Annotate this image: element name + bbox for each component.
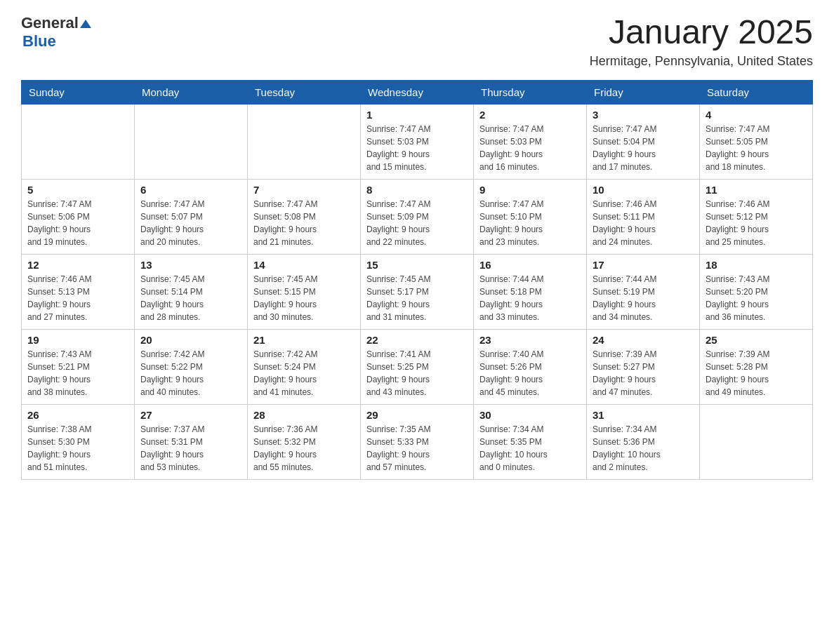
calendar-weekday-monday: Monday <box>135 80 248 104</box>
day-info: Sunrise: 7:38 AM Sunset: 5:30 PM Dayligh… <box>27 423 128 474</box>
calendar-cell: 12Sunrise: 7:46 AM Sunset: 5:13 PM Dayli… <box>22 254 135 329</box>
day-info: Sunrise: 7:40 AM Sunset: 5:26 PM Dayligh… <box>479 348 581 398</box>
day-number: 6 <box>140 184 241 196</box>
calendar-cell: 10Sunrise: 7:46 AM Sunset: 5:11 PM Dayli… <box>587 179 700 254</box>
calendar-cell: 19Sunrise: 7:43 AM Sunset: 5:21 PM Dayli… <box>22 329 135 404</box>
calendar-cell: 4Sunrise: 7:47 AM Sunset: 5:05 PM Daylig… <box>700 104 813 179</box>
day-number: 28 <box>253 409 355 421</box>
day-info: Sunrise: 7:36 AM Sunset: 5:32 PM Dayligh… <box>253 423 355 474</box>
calendar-cell: 5Sunrise: 7:47 AM Sunset: 5:06 PM Daylig… <box>22 179 135 254</box>
calendar-cell: 16Sunrise: 7:44 AM Sunset: 5:18 PM Dayli… <box>474 254 587 329</box>
calendar-cell: 20Sunrise: 7:42 AM Sunset: 5:22 PM Dayli… <box>135 329 248 404</box>
calendar-weekday-saturday: Saturday <box>700 80 813 104</box>
calendar-cell: 26Sunrise: 7:38 AM Sunset: 5:30 PM Dayli… <box>22 404 135 479</box>
logo-general-text: General <box>21 14 79 32</box>
day-number: 19 <box>27 334 128 346</box>
day-info: Sunrise: 7:47 AM Sunset: 5:06 PM Dayligh… <box>27 198 128 248</box>
calendar-cell <box>248 104 361 179</box>
day-info: Sunrise: 7:47 AM Sunset: 5:10 PM Dayligh… <box>479 198 581 248</box>
calendar-cell: 11Sunrise: 7:46 AM Sunset: 5:12 PM Dayli… <box>700 179 813 254</box>
calendar-cell <box>22 104 135 179</box>
day-number: 24 <box>593 334 694 346</box>
calendar-weekday-sunday: Sunday <box>22 80 135 104</box>
day-number: 12 <box>27 259 128 271</box>
svg-marker-0 <box>80 20 91 28</box>
calendar-week-row-5: 26Sunrise: 7:38 AM Sunset: 5:30 PM Dayli… <box>22 404 813 479</box>
logo: General Blue <box>21 14 91 51</box>
calendar-week-row-4: 19Sunrise: 7:43 AM Sunset: 5:21 PM Dayli… <box>22 329 813 404</box>
calendar-cell <box>700 404 813 479</box>
day-number: 26 <box>27 409 128 421</box>
day-number: 13 <box>140 259 241 271</box>
day-number: 9 <box>479 184 581 196</box>
day-number: 5 <box>27 184 128 196</box>
calendar-cell: 14Sunrise: 7:45 AM Sunset: 5:15 PM Dayli… <box>248 254 361 329</box>
calendar-weekday-thursday: Thursday <box>474 80 587 104</box>
day-info: Sunrise: 7:47 AM Sunset: 5:09 PM Dayligh… <box>366 198 468 248</box>
day-info: Sunrise: 7:46 AM Sunset: 5:11 PM Dayligh… <box>593 198 694 248</box>
calendar-cell: 13Sunrise: 7:45 AM Sunset: 5:14 PM Dayli… <box>135 254 248 329</box>
calendar-table: SundayMondayTuesdayWednesdayThursdayFrid… <box>21 80 813 480</box>
calendar-weekday-wednesday: Wednesday <box>361 80 474 104</box>
title-section: January 2025 Hermitage, Pennsylvania, Un… <box>590 14 813 69</box>
calendar-week-row-3: 12Sunrise: 7:46 AM Sunset: 5:13 PM Dayli… <box>22 254 813 329</box>
day-info: Sunrise: 7:39 AM Sunset: 5:27 PM Dayligh… <box>593 348 694 398</box>
day-info: Sunrise: 7:37 AM Sunset: 5:31 PM Dayligh… <box>140 423 241 474</box>
day-info: Sunrise: 7:34 AM Sunset: 5:36 PM Dayligh… <box>593 423 694 474</box>
day-number: 3 <box>593 109 694 121</box>
day-info: Sunrise: 7:43 AM Sunset: 5:21 PM Dayligh… <box>27 348 128 398</box>
day-info: Sunrise: 7:47 AM Sunset: 5:08 PM Dayligh… <box>253 198 355 248</box>
day-info: Sunrise: 7:44 AM Sunset: 5:18 PM Dayligh… <box>479 273 581 323</box>
day-info: Sunrise: 7:35 AM Sunset: 5:33 PM Dayligh… <box>366 423 468 474</box>
calendar-cell: 18Sunrise: 7:43 AM Sunset: 5:20 PM Dayli… <box>700 254 813 329</box>
day-info: Sunrise: 7:43 AM Sunset: 5:20 PM Dayligh… <box>706 273 807 323</box>
calendar-cell: 2Sunrise: 7:47 AM Sunset: 5:03 PM Daylig… <box>474 104 587 179</box>
day-info: Sunrise: 7:44 AM Sunset: 5:19 PM Dayligh… <box>593 273 694 323</box>
day-number: 8 <box>366 184 468 196</box>
day-number: 27 <box>140 409 241 421</box>
day-info: Sunrise: 7:45 AM Sunset: 5:14 PM Dayligh… <box>140 273 241 323</box>
calendar-cell: 29Sunrise: 7:35 AM Sunset: 5:33 PM Dayli… <box>361 404 474 479</box>
day-info: Sunrise: 7:47 AM Sunset: 5:04 PM Dayligh… <box>593 123 694 173</box>
day-number: 16 <box>479 259 581 271</box>
day-number: 31 <box>593 409 694 421</box>
logo-blue-text: Blue <box>22 32 56 50</box>
calendar-cell: 25Sunrise: 7:39 AM Sunset: 5:28 PM Dayli… <box>700 329 813 404</box>
calendar-cell: 3Sunrise: 7:47 AM Sunset: 5:04 PM Daylig… <box>587 104 700 179</box>
calendar-cell: 8Sunrise: 7:47 AM Sunset: 5:09 PM Daylig… <box>361 179 474 254</box>
day-number: 10 <box>593 184 694 196</box>
calendar-cell <box>135 104 248 179</box>
day-info: Sunrise: 7:34 AM Sunset: 5:35 PM Dayligh… <box>479 423 581 474</box>
calendar-cell: 30Sunrise: 7:34 AM Sunset: 5:35 PM Dayli… <box>474 404 587 479</box>
calendar-cell: 27Sunrise: 7:37 AM Sunset: 5:31 PM Dayli… <box>135 404 248 479</box>
calendar-week-row-1: 1Sunrise: 7:47 AM Sunset: 5:03 PM Daylig… <box>22 104 813 179</box>
calendar-cell: 6Sunrise: 7:47 AM Sunset: 5:07 PM Daylig… <box>135 179 248 254</box>
calendar-cell: 22Sunrise: 7:41 AM Sunset: 5:25 PM Dayli… <box>361 329 474 404</box>
day-info: Sunrise: 7:45 AM Sunset: 5:15 PM Dayligh… <box>253 273 355 323</box>
calendar-cell: 1Sunrise: 7:47 AM Sunset: 5:03 PM Daylig… <box>361 104 474 179</box>
day-number: 2 <box>479 109 581 121</box>
day-number: 29 <box>366 409 468 421</box>
day-number: 15 <box>366 259 468 271</box>
logo-triangle-icon <box>80 18 91 29</box>
day-info: Sunrise: 7:46 AM Sunset: 5:13 PM Dayligh… <box>27 273 128 323</box>
calendar-week-row-2: 5Sunrise: 7:47 AM Sunset: 5:06 PM Daylig… <box>22 179 813 254</box>
day-number: 20 <box>140 334 241 346</box>
day-number: 14 <box>253 259 355 271</box>
day-info: Sunrise: 7:46 AM Sunset: 5:12 PM Dayligh… <box>706 198 807 248</box>
calendar-cell: 7Sunrise: 7:47 AM Sunset: 5:08 PM Daylig… <box>248 179 361 254</box>
month-year-title: January 2025 <box>590 14 813 51</box>
day-number: 1 <box>366 109 468 121</box>
day-number: 4 <box>706 109 807 121</box>
calendar-cell: 15Sunrise: 7:45 AM Sunset: 5:17 PM Dayli… <box>361 254 474 329</box>
day-info: Sunrise: 7:42 AM Sunset: 5:24 PM Dayligh… <box>253 348 355 398</box>
day-number: 11 <box>706 184 807 196</box>
calendar-cell: 28Sunrise: 7:36 AM Sunset: 5:32 PM Dayli… <box>248 404 361 479</box>
day-info: Sunrise: 7:47 AM Sunset: 5:03 PM Dayligh… <box>366 123 468 173</box>
day-info: Sunrise: 7:47 AM Sunset: 5:03 PM Dayligh… <box>479 123 581 173</box>
calendar-cell: 24Sunrise: 7:39 AM Sunset: 5:27 PM Dayli… <box>587 329 700 404</box>
day-info: Sunrise: 7:39 AM Sunset: 5:28 PM Dayligh… <box>706 348 807 398</box>
day-info: Sunrise: 7:47 AM Sunset: 5:05 PM Dayligh… <box>706 123 807 173</box>
day-info: Sunrise: 7:45 AM Sunset: 5:17 PM Dayligh… <box>366 273 468 323</box>
calendar-weekday-tuesday: Tuesday <box>248 80 361 104</box>
